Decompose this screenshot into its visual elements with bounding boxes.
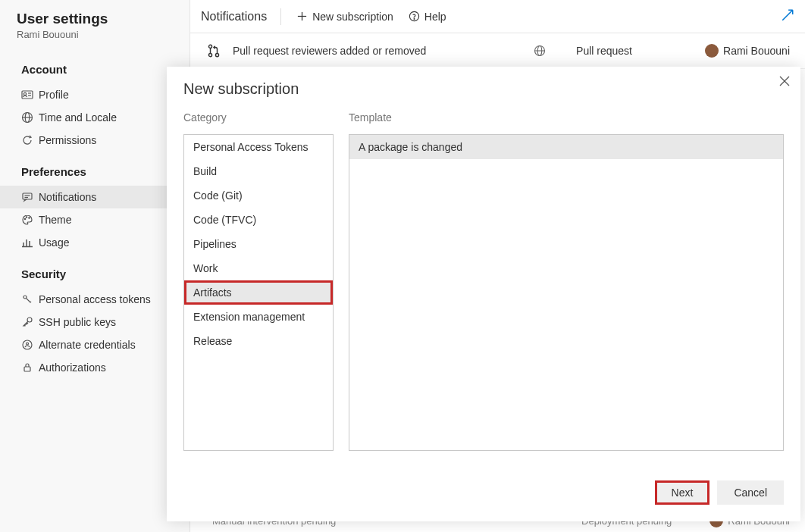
dialog-title: New subscription <box>183 80 784 98</box>
next-button[interactable]: Next <box>655 480 710 505</box>
list-item[interactable]: Release <box>184 329 333 353</box>
new-subscription-dialog: New subscription Category Personal Acces… <box>167 67 800 521</box>
list-item-artifacts[interactable]: Artifacts <box>184 280 333 305</box>
category-column-header: Category <box>183 111 334 124</box>
close-icon <box>779 77 790 89</box>
list-item[interactable]: Work <box>184 256 333 280</box>
cancel-button[interactable]: Cancel <box>717 480 784 505</box>
list-item[interactable]: Code (Git) <box>184 183 333 208</box>
template-listbox[interactable]: A package is changed <box>349 134 784 451</box>
list-item[interactable]: Personal Access Tokens <box>184 135 333 159</box>
list-item[interactable]: Extension management <box>184 305 333 329</box>
template-column-header: Template <box>349 111 784 124</box>
category-listbox[interactable]: Personal Access Tokens Build Code (Git) … <box>183 134 334 451</box>
list-item[interactable]: Code (TFVC) <box>184 208 333 232</box>
modal-overlay: New subscription Category Personal Acces… <box>0 0 805 532</box>
list-item[interactable]: Build <box>184 159 333 183</box>
close-button[interactable] <box>779 76 790 89</box>
list-item-package-changed[interactable]: A package is changed <box>349 135 783 159</box>
list-item[interactable]: Pipelines <box>184 232 333 256</box>
